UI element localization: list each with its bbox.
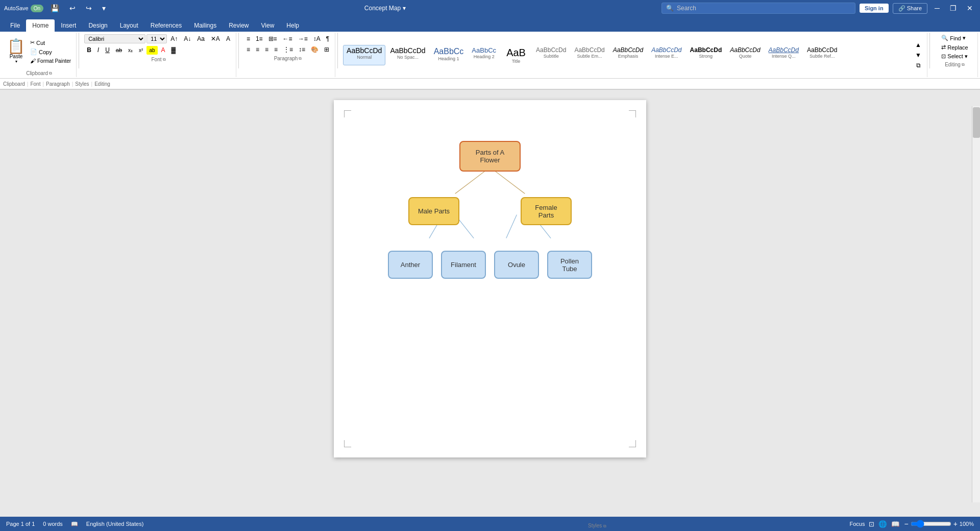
copy-button[interactable]: 📄 Copy [28,47,73,56]
change-case-button[interactable]: Aa [194,34,207,44]
focus-button[interactable]: Focus [850,521,865,527]
increase-indent-button[interactable]: →≡ [296,34,310,44]
align-left-button[interactable]: ≡ [244,44,253,55]
select-button[interactable]: ⊡ Select ▾ [939,52,970,61]
autosave-toggle[interactable]: AutoSave On [4,5,43,12]
text-highlight-button[interactable]: ab [146,46,157,55]
tab-view[interactable]: View [255,19,281,32]
undo-button[interactable]: ↩ [66,3,79,13]
font-expand-icon[interactable]: ⧉ [163,57,166,62]
search-box[interactable]: 🔍 [662,3,855,14]
style-subtle-reference[interactable]: AaBbCcDd Subtle Ref... [803,45,841,65]
tab-file[interactable]: File [4,19,26,32]
style-normal[interactable]: AaBbCcDd Normal [343,45,385,65]
tab-home[interactable]: Home [26,19,55,32]
style-emphasis[interactable]: AaBbCcDd Emphasis [609,45,647,65]
scrollbar-thumb[interactable] [973,107,980,138]
tab-review[interactable]: Review [223,19,255,32]
filament-node[interactable]: Filament [441,251,486,279]
tab-insert[interactable]: Insert [55,19,82,32]
styles-scroll-down[interactable]: ▼ [913,50,924,60]
print-layout-button[interactable]: ⊡ [869,520,874,528]
signin-button[interactable]: Sign in [860,4,889,13]
style-intense-emphasis[interactable]: AaBbCcDd Intense E... [648,45,685,65]
subscript-button[interactable]: x₂ [126,46,135,55]
underline-button[interactable]: U [103,45,112,55]
paragraph-expand-icon[interactable]: ⧉ [299,56,302,61]
tab-design[interactable]: Design [82,19,113,32]
shading-button[interactable]: 🎨 [308,44,321,55]
save-button[interactable]: 💾 [47,3,62,13]
zoom-in-button[interactable]: + [953,520,958,528]
pollen-tube-node[interactable]: Pollen Tube [547,251,592,279]
bullets-button[interactable]: ≡ [244,34,253,44]
superscript-button[interactable]: x² [136,46,145,55]
strikethrough-button[interactable]: ab [113,45,125,55]
minimize-button[interactable]: ─ [932,3,943,13]
zoom-out-button[interactable]: − [904,520,908,528]
style-subtle-emphasis[interactable]: AaBbCcDd Subtle Em... [571,45,608,65]
line-spacing-button[interactable]: ↕≡ [296,44,308,55]
align-right-button[interactable]: ≡ [262,44,271,55]
decrease-font-button[interactable]: A↓ [181,34,193,44]
align-center-button[interactable]: ≡ [253,44,262,55]
share-button[interactable]: 🔗 Share [893,3,927,14]
justify-button[interactable]: ≡ [272,44,280,55]
text-effects-button[interactable]: A [224,34,233,44]
web-layout-button[interactable]: 🌐 [878,520,887,528]
font-color-button[interactable]: A [159,45,168,55]
style-intense-quote[interactable]: AaBbCcDd Intense Q... [765,45,802,65]
restore-button[interactable]: ❐ [947,3,960,13]
tab-mailings[interactable]: Mailings [188,19,223,32]
bold-button[interactable]: B [84,45,94,55]
clear-formatting-button[interactable]: ✕A [208,34,223,44]
cut-button[interactable]: ✂ Cut [28,38,73,47]
find-button[interactable]: 🔍 Find ▾ [939,34,970,42]
search-input[interactable] [677,5,851,12]
font-family-select[interactable]: Calibri [84,34,145,43]
increase-font-button[interactable]: A↑ [168,34,180,44]
anther-node[interactable]: Anther [388,251,433,279]
styles-expand-icon[interactable]: ⧉ [603,524,606,528]
sort-button[interactable]: ↕A [311,34,323,44]
paste-button[interactable]: 📋 Paste ▾ [5,38,27,65]
tab-layout[interactable]: Layout [114,19,144,32]
decrease-indent-button[interactable]: ←≡ [280,34,295,44]
style-quote[interactable]: AaBbCcDd Quote [726,45,764,65]
character-shading-button[interactable]: ▓ [169,45,179,55]
style-heading2[interactable]: AaBbCc Heading 2 [468,45,500,65]
read-mode-button[interactable]: 📖 [891,520,900,528]
replace-button[interactable]: ⇄ Replace [939,43,970,52]
close-button[interactable]: ✕ [964,3,976,13]
borders-button[interactable]: ⊞ [322,44,332,55]
customize-button[interactable]: ▾ [99,3,109,13]
style-strong[interactable]: AaBbCcDd Strong [687,45,726,65]
redo-button[interactable]: ↪ [83,3,95,13]
styles-scroll-up[interactable]: ▲ [913,40,924,50]
style-heading1[interactable]: AaBbCc Heading 1 [430,45,468,65]
doc-title-arrow[interactable]: ▾ [403,5,406,12]
show-hide-button[interactable]: ¶ [324,34,332,44]
columns-button[interactable]: ⋮≡ [281,44,296,55]
ovule-node[interactable]: Ovule [494,251,539,279]
title-bar-center: Concept Map ▾ [364,5,406,12]
clipboard-expand-icon[interactable]: ⧉ [49,71,52,76]
ribbon-tabs: File Home Insert Design Layout Reference… [0,16,980,32]
tab-references[interactable]: References [144,19,188,32]
format-painter-button[interactable]: 🖌 Format Painter [28,57,73,65]
right-scrollbar[interactable] [972,106,980,502]
style-no-spacing[interactable]: AaBbCcDd No Spac... [386,45,429,65]
style-subtitle[interactable]: AaBbCcDd Subtitle [532,45,570,65]
italic-button[interactable]: I [95,45,102,55]
zoom-slider[interactable] [911,520,951,528]
style-title[interactable]: AaB Title [501,45,531,65]
font-size-select[interactable]: 11 [146,34,167,43]
styles-expand[interactable]: ⧉ [913,60,924,70]
numbering-button[interactable]: 1≡ [253,34,265,44]
editing-expand-icon[interactable]: ⧉ [962,62,965,67]
multilevel-button[interactable]: ⊞≡ [266,34,280,44]
root-node[interactable]: Parts of A Flower [459,141,521,172]
female-parts-node[interactable]: Female Parts [521,197,572,225]
male-parts-node[interactable]: Male Parts [408,197,459,225]
tab-help[interactable]: Help [280,19,305,32]
